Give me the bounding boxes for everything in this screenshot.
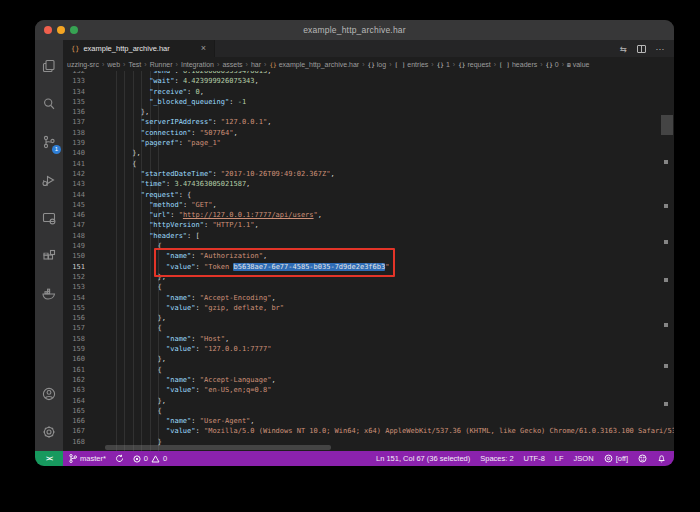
line-number[interactable]: 134: [63, 87, 85, 97]
line-number[interactable]: 144: [63, 190, 85, 200]
line-number[interactable]: 136: [63, 107, 85, 117]
notifications-bell-icon[interactable]: [657, 454, 666, 463]
cursor-position-status[interactable]: Ln 151, Col 67 (36 selected): [376, 454, 470, 463]
line-number[interactable]: 156: [63, 313, 85, 323]
line-number[interactable]: 155: [63, 303, 85, 313]
breadcrumb-item-0[interactable]: {}0: [546, 61, 559, 68]
line-number[interactable]: 154: [63, 293, 85, 303]
line-number[interactable]: 142: [63, 169, 85, 179]
line-number[interactable]: 148: [63, 231, 85, 241]
line-number[interactable]: 152: [63, 272, 85, 282]
line-number[interactable]: 158: [63, 334, 85, 344]
language-mode-status[interactable]: JSON: [574, 454, 594, 463]
code-line-166: 166 "name": "User-Agent",: [63, 416, 660, 426]
editor-lines: 132 "send": 0.102000003539470613,133 "wa…: [63, 71, 660, 447]
code-line-162: 162 "name": "Accept-Language",: [63, 375, 660, 385]
breadcrumb-item-Integration[interactable]: Integration: [181, 61, 214, 68]
code-text: "value": "Token b5638ae7-6e77-4585-b035-…: [107, 262, 389, 272]
line-number[interactable]: 147: [63, 220, 85, 230]
line-number[interactable]: 139: [63, 138, 85, 148]
breadcrumb-item-Test[interactable]: Test: [128, 61, 141, 68]
line-number[interactable]: 165: [63, 406, 85, 416]
tab-example-http-archive[interactable]: {} example_http_archive.har ×: [63, 40, 215, 57]
close-tab-icon[interactable]: ×: [201, 44, 206, 53]
code-line-133: 133 "wait": 4.423999926075343,: [63, 76, 660, 86]
breadcrumb-item-request[interactable]: {}request: [458, 61, 491, 68]
docker-icon[interactable]: [35, 275, 63, 313]
code-text: },: [107, 148, 141, 158]
line-number[interactable]: 150: [63, 251, 85, 261]
line-number[interactable]: 151: [63, 262, 85, 272]
line-number[interactable]: 149: [63, 241, 85, 251]
problems-status[interactable]: 0 0: [133, 454, 167, 463]
accounts-icon[interactable]: [35, 375, 63, 413]
line-number[interactable]: 153: [63, 282, 85, 292]
line-number[interactable]: 143: [63, 179, 85, 189]
run-and-debug-icon[interactable]: [35, 161, 63, 199]
breadcrumb-item-entries[interactable]: [ ]entries: [394, 61, 428, 68]
breadcrumb-item-1[interactable]: {}1: [437, 61, 450, 68]
desktop-background: example_http_archive.har 1: [0, 0, 700, 512]
line-number[interactable]: 140: [63, 148, 85, 158]
breadcrumb-item-log[interactable]: {}log: [368, 61, 387, 68]
code-line-148: 148 "headers": [: [63, 231, 660, 241]
breadcrumb-item-uzzing-src[interactable]: uzzing-src: [67, 61, 99, 68]
line-number[interactable]: 163: [63, 385, 85, 395]
feedback-smiley-icon[interactable]: [638, 454, 647, 463]
remote-indicator[interactable]: ><: [35, 451, 63, 466]
line-number[interactable]: 133: [63, 76, 85, 86]
code-text: },: [107, 107, 149, 117]
line-number[interactable]: 145: [63, 200, 85, 210]
breadcrumb-item-har[interactable]: har: [251, 61, 261, 68]
horizontal-scrollbar-thumb[interactable]: [105, 445, 331, 450]
code-editor[interactable]: 132 "send": 0.102000003539470613,133 "wa…: [63, 71, 674, 451]
line-number[interactable]: 146: [63, 210, 85, 220]
minimize-window-button[interactable]: [57, 26, 65, 34]
line-number[interactable]: 137: [63, 117, 85, 127]
line-number[interactable]: 138: [63, 128, 85, 138]
close-window-button[interactable]: [44, 26, 52, 34]
line-number[interactable]: 157: [63, 323, 85, 333]
breadcrumb-item-web[interactable]: web: [107, 61, 120, 68]
screencast-mode-status[interactable]: [off]: [604, 454, 628, 463]
line-number[interactable]: 141: [63, 159, 85, 169]
code-text: "name": "Host",: [107, 334, 229, 344]
breadcrumb-separator: ›: [562, 61, 564, 68]
encoding-status[interactable]: UTF-8: [524, 454, 545, 463]
eol-status[interactable]: LF: [555, 454, 564, 463]
code-line-151: 151 "value": "Token b5638ae7-6e77-4585-b…: [63, 262, 660, 272]
breadcrumb-item-Runner[interactable]: Runner: [150, 61, 173, 68]
line-number[interactable]: 164: [63, 396, 85, 406]
line-number[interactable]: 159: [63, 344, 85, 354]
vscode-window: example_http_archive.har 1: [35, 20, 674, 466]
extensions-icon[interactable]: [35, 237, 63, 275]
line-number[interactable]: 168: [63, 437, 85, 447]
code-line-158: 158 "name": "Host",: [63, 334, 660, 344]
source-control-icon[interactable]: 1: [35, 123, 63, 161]
breadcrumb-item-assets[interactable]: assets: [222, 61, 242, 68]
vertical-scrollbar[interactable]: [660, 71, 674, 451]
more-actions-icon[interactable]: ⋯: [656, 44, 665, 54]
line-number[interactable]: 167: [63, 426, 85, 436]
vertical-scrollbar-thumb[interactable]: [661, 115, 673, 135]
open-changes-icon[interactable]: ⇆: [619, 44, 626, 54]
breadcrumb-item-headers[interactable]: [ ]headers: [499, 61, 537, 68]
zoom-window-button[interactable]: [70, 26, 78, 34]
line-number[interactable]: 135: [63, 97, 85, 107]
search-icon[interactable]: [35, 85, 63, 123]
settings-gear-icon[interactable]: [35, 413, 63, 451]
git-branch-status[interactable]: master*: [69, 454, 106, 463]
line-number[interactable]: 162: [63, 375, 85, 385]
sync-changes-button[interactable]: [115, 454, 124, 463]
line-number[interactable]: 160: [63, 354, 85, 364]
breadcrumb-item-value[interactable]: ⊞value: [567, 61, 589, 68]
line-number[interactable]: 166: [63, 416, 85, 426]
breadcrumb-item-example_http_archive.har[interactable]: {}example_http_archive.har: [269, 61, 359, 68]
url-link[interactable]: http://127.0.0.1:7777/api/users: [183, 211, 314, 219]
split-editor-icon[interactable]: [637, 45, 646, 53]
line-number[interactable]: 161: [63, 365, 85, 375]
warnings-icon: [151, 455, 160, 463]
explorer-icon[interactable]: [35, 47, 63, 85]
remote-explorer-icon[interactable]: [35, 199, 63, 237]
indentation-status[interactable]: Spaces: 2: [480, 454, 513, 463]
